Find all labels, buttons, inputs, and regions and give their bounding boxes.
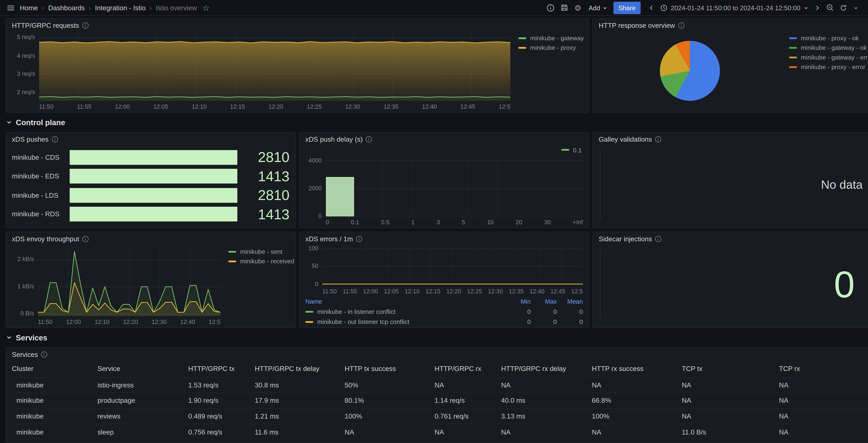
legend-item[interactable]: minikube - gateway - error	[789, 54, 868, 61]
panel-title: xDS errors / 1m	[305, 235, 353, 243]
panel-title: Sidecar injections	[599, 235, 652, 243]
panel-services-table: Services ClusterServiceHTTP/GRPC txHTTP/…	[6, 347, 868, 443]
column-header[interactable]: TCP tx	[682, 361, 779, 377]
push-delay-histogram[interactable]	[326, 155, 583, 216]
time-shift-forward-icon[interactable]	[812, 1, 823, 14]
services-table-body: minikube istio-ingress 1.53 req/s 30.8 m…	[12, 377, 868, 440]
cell-cluster: minikube	[12, 408, 98, 424]
panel-header[interactable]: Sidecar injections	[593, 232, 868, 244]
settings-gear-icon[interactable]: ⚙	[572, 1, 584, 14]
panel-header[interactable]: HTTP/GRPC requests	[6, 19, 589, 30]
legend-table-row[interactable]: minikube - out listener tcp conflict 0 0…	[305, 317, 583, 327]
legend-label: 0.1	[573, 146, 582, 153]
panel-title: Galley validations	[599, 135, 652, 144]
save-icon[interactable]	[558, 1, 570, 14]
refresh-interval-icon[interactable]	[851, 1, 861, 14]
column-header[interactable]: HTTP/GRPC tx	[188, 361, 255, 377]
column-header[interactable]: HTTP rx success	[592, 361, 682, 377]
info-icon[interactable]	[545, 1, 557, 14]
row-title: Control plane	[16, 118, 65, 127]
panel-info-icon[interactable]	[82, 22, 89, 29]
row-toggle-services[interactable]: Services	[6, 331, 868, 344]
panel-header[interactable]: xDS errors / 1m	[300, 232, 589, 244]
cell-tcp-rx: NA	[779, 377, 868, 393]
panel-header[interactable]: Galley validations	[593, 132, 868, 144]
time-range-picker[interactable]: 2024-01-24 11:50:00 to 2024-01-24 12:50:…	[658, 4, 811, 12]
panel-info-icon[interactable]	[655, 235, 661, 242]
envoy-throughput-chart[interactable]	[38, 245, 220, 316]
panel-info-icon[interactable]	[356, 235, 363, 242]
cell-service-link[interactable]: sleep	[97, 424, 188, 440]
panel-info-icon[interactable]	[366, 136, 372, 143]
panel-header[interactable]: xDS push delay (s)	[300, 132, 589, 144]
x-tick-label: 10	[487, 219, 494, 225]
legend-item[interactable]: 0.1	[561, 146, 582, 154]
bar-gauge-row[interactable]: minikube - EDS 1413	[12, 168, 289, 184]
legend-item[interactable]: minikube - gateway	[518, 35, 584, 41]
bar-gauge-row[interactable]: minikube - CDS 2810	[12, 150, 289, 165]
column-header[interactable]: HTTP/GRPC rx	[435, 361, 501, 377]
column-header[interactable]: HTTP tx success	[345, 361, 435, 377]
x-tick-label: 11:50	[38, 318, 53, 325]
gauge-bar-track	[70, 188, 237, 203]
response-pie-chart[interactable]	[660, 40, 720, 100]
panel-header[interactable]: Services	[6, 348, 868, 359]
legend-item[interactable]: minikube - proxy	[518, 44, 576, 51]
cell-tcp-rx: NA	[779, 424, 868, 440]
legend-col-max[interactable]: Max	[531, 298, 557, 305]
legend-item[interactable]: minikube - gateway - ok	[789, 44, 867, 51]
column-header[interactable]: TCP rx	[779, 361, 868, 377]
time-shift-back-icon[interactable]	[647, 1, 657, 14]
panel-header[interactable]: xDS pushes	[6, 132, 295, 144]
panel-xds-push-delay: xDS push delay (s) 0.1 400020000	[299, 132, 589, 228]
legend-table-row[interactable]: minikube - in listener conflict 0 0 0	[305, 306, 583, 317]
bar-gauge-row[interactable]: minikube - RDS 1413	[12, 207, 289, 222]
column-header[interactable]: Service	[97, 361, 188, 377]
panel-header[interactable]: xDS envoy throughput	[6, 232, 295, 244]
legend-col-mean[interactable]: Mean	[557, 298, 583, 305]
column-header[interactable]: HTTP/GRPC tx delay	[255, 361, 345, 377]
gauge-bar	[70, 188, 237, 203]
legend-label: minikube - proxy	[530, 44, 576, 51]
cell-http-grpc-tx-delay: 30.8 ms	[255, 377, 345, 393]
cell-http-grpc-rx-delay: 40.0 ms	[501, 393, 592, 408]
bar-gauge-row[interactable]: minikube - LDS 2810	[12, 188, 289, 203]
cell-cluster: minikube	[12, 377, 98, 393]
legend-item[interactable]: minikube - sent	[228, 248, 282, 255]
breadcrumb-dashboards[interactable]: Dashboards	[48, 4, 85, 12]
column-header[interactable]: HTTP/GRPC rx delay	[501, 361, 592, 377]
breadcrumb-home[interactable]: Home	[20, 4, 38, 12]
add-button[interactable]: Add	[585, 1, 611, 14]
legend-item[interactable]: minikube - received	[228, 258, 294, 264]
gauge-bar	[70, 207, 237, 222]
panel-info-icon[interactable]	[41, 351, 48, 358]
legend-item[interactable]: minikube - proxy - ok	[789, 35, 859, 41]
legend-swatch	[561, 149, 569, 151]
cell-service-link[interactable]: istio-ingress	[97, 377, 188, 393]
clock-icon	[660, 4, 668, 12]
http-requests-chart[interactable]	[39, 31, 510, 101]
zoom-out-icon[interactable]	[824, 1, 836, 14]
panel-info-icon[interactable]	[678, 22, 684, 29]
refresh-icon[interactable]	[837, 1, 849, 14]
star-icon[interactable]: ☆	[200, 1, 212, 14]
panel-info-icon[interactable]	[82, 235, 89, 242]
panel-header[interactable]: HTTP response overview	[593, 19, 868, 30]
row-toggle-control-plane[interactable]: Control plane	[6, 116, 868, 129]
cell-http-grpc-rx-delay: 3.13 ms	[501, 408, 592, 424]
legend-col-min[interactable]: Min	[505, 298, 531, 305]
cell-service-link[interactable]: productpage	[97, 393, 188, 408]
panel-info-icon[interactable]	[51, 136, 58, 143]
breadcrumb-folder[interactable]: Integration - Istio	[95, 4, 146, 12]
legend-item[interactable]: minikube - proxy - error	[789, 63, 865, 70]
menu-icon[interactable]	[4, 1, 17, 14]
x-tick-label: 30	[544, 219, 551, 225]
cell-service-link[interactable]: reviews	[97, 408, 188, 424]
share-button[interactable]: Share	[613, 1, 641, 14]
legend-col-name[interactable]: Name	[305, 298, 505, 305]
legend-label: minikube - gateway - ok	[801, 44, 867, 51]
panel-info-icon[interactable]	[655, 136, 661, 143]
x-tick-label: 12:10	[95, 318, 110, 325]
xds-errors-chart[interactable]	[322, 245, 583, 286]
column-header[interactable]: Cluster	[12, 361, 98, 377]
